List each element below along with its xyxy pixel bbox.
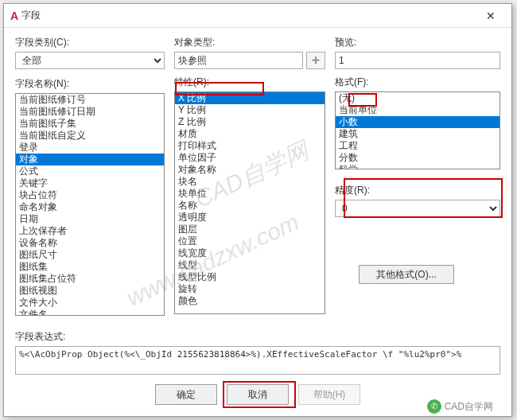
objtype-input[interactable] <box>174 52 303 69</box>
footer-watermark: ✆ CAD自学网 <box>427 399 493 414</box>
other-format-button[interactable]: 其他格式(O)... <box>359 265 454 284</box>
precision-label: 精度(R): <box>335 184 500 197</box>
properties-listbox[interactable]: X 比例Y 比例Z 比例材质打印样式单位因子对象名称块名块单位名称透明度图层位置… <box>174 91 325 314</box>
list-item[interactable]: 线型 <box>175 259 325 271</box>
list-item[interactable]: 工程 <box>336 140 500 152</box>
formats-listbox[interactable]: (无)当前单位小数建筑工程分数科学 <box>335 91 500 169</box>
field-dialog: A 字段 ✕ 字段类别(C): 全部 字段名称(N): 当前图纸修订号当前图纸修… <box>3 3 512 417</box>
list-item[interactable]: 登录 <box>16 142 164 154</box>
window-title: 字段 <box>21 9 476 22</box>
list-item[interactable]: 图层 <box>175 224 325 235</box>
ok-button[interactable]: 确定 <box>155 384 217 405</box>
list-item[interactable]: 公式 <box>16 165 164 177</box>
list-item[interactable]: 位置 <box>175 235 325 247</box>
precision-select[interactable]: 0 <box>335 200 500 217</box>
list-item[interactable]: 对象 <box>16 154 164 165</box>
list-item[interactable]: 文件名 <box>16 309 164 316</box>
list-item[interactable]: 图纸集占位符 <box>16 273 164 285</box>
pick-object-button[interactable]: ✛ <box>306 52 325 69</box>
objtype-label: 对象类型: <box>174 36 303 49</box>
expression-textbox[interactable]: %<\AcObjProp Object(%<\_ObjId 2155623818… <box>15 346 500 375</box>
list-item[interactable]: 颜色 <box>175 295 325 307</box>
list-item[interactable]: 旋转 <box>175 283 325 295</box>
list-item[interactable]: 小数 <box>336 116 500 128</box>
list-item[interactable]: 名称 <box>175 200 325 212</box>
list-item[interactable]: 分数 <box>336 152 500 164</box>
wechat-icon: ✆ <box>427 399 441 414</box>
list-item[interactable]: 块名 <box>175 176 325 188</box>
list-item[interactable]: (无) <box>336 92 500 104</box>
crosshair-icon: ✛ <box>312 55 320 66</box>
list-item[interactable]: 日期 <box>16 213 164 225</box>
format-label: 格式(F): <box>335 76 500 89</box>
list-item[interactable]: 线型比例 <box>175 271 325 283</box>
list-item[interactable]: 材质 <box>175 128 325 140</box>
help-button[interactable]: 帮助(H) <box>298 384 360 405</box>
list-item[interactable]: 对象名称 <box>175 164 325 176</box>
dialog-content: 字段类别(C): 全部 字段名称(N): 当前图纸修订号当前图纸修订日期当前图纸… <box>4 28 511 324</box>
list-item[interactable]: 命名对象 <box>16 201 164 213</box>
list-item[interactable]: Y 比例 <box>175 104 325 116</box>
list-item[interactable]: 文件大小 <box>16 297 164 309</box>
list-item[interactable]: X 比例 <box>175 92 325 104</box>
list-item[interactable]: 当前图纸修订日期 <box>16 106 164 118</box>
list-item[interactable]: 透明度 <box>175 212 325 224</box>
list-item[interactable]: 设备名称 <box>16 237 164 249</box>
list-item[interactable]: 当前图纸修订号 <box>16 94 164 106</box>
titlebar: A 字段 ✕ <box>4 4 511 28</box>
list-item[interactable]: 打印样式 <box>175 140 325 152</box>
list-item[interactable]: 上次保存者 <box>16 225 164 237</box>
list-item[interactable]: 图纸视图 <box>16 285 164 297</box>
list-item[interactable]: 单位因子 <box>175 152 325 164</box>
fieldname-label: 字段名称(N): <box>15 77 165 91</box>
fieldnames-listbox[interactable]: 当前图纸修订号当前图纸修订日期当前图纸子集当前图纸自定义登录对象公式关键字块占位… <box>15 93 165 316</box>
expression-label: 字段表达式: <box>15 330 500 344</box>
property-label: 特性(R): <box>174 76 325 89</box>
category-label: 字段类别(C): <box>15 36 165 49</box>
list-item[interactable]: 当前单位 <box>336 104 500 116</box>
app-logo: A <box>10 10 18 22</box>
category-select[interactable]: 全部 <box>15 52 165 69</box>
list-item[interactable]: Z 比例 <box>175 116 325 128</box>
preview-label: 预览: <box>335 36 500 49</box>
list-item[interactable]: 当前图纸子集 <box>16 118 164 130</box>
close-icon[interactable]: ✕ <box>476 5 505 27</box>
list-item[interactable]: 图纸集 <box>16 261 164 273</box>
list-item[interactable]: 块单位 <box>175 188 325 200</box>
list-item[interactable]: 块占位符 <box>16 189 164 201</box>
preview-input[interactable] <box>335 52 500 69</box>
list-item[interactable]: 当前图纸自定义 <box>16 130 164 142</box>
list-item[interactable]: 线宽度 <box>175 247 325 259</box>
list-item[interactable]: 图纸尺寸 <box>16 249 164 261</box>
list-item[interactable]: 建筑 <box>336 128 500 140</box>
cancel-button[interactable]: 取消 <box>227 384 289 405</box>
list-item[interactable]: 科学 <box>336 164 500 169</box>
list-item[interactable]: 关键字 <box>16 177 164 189</box>
